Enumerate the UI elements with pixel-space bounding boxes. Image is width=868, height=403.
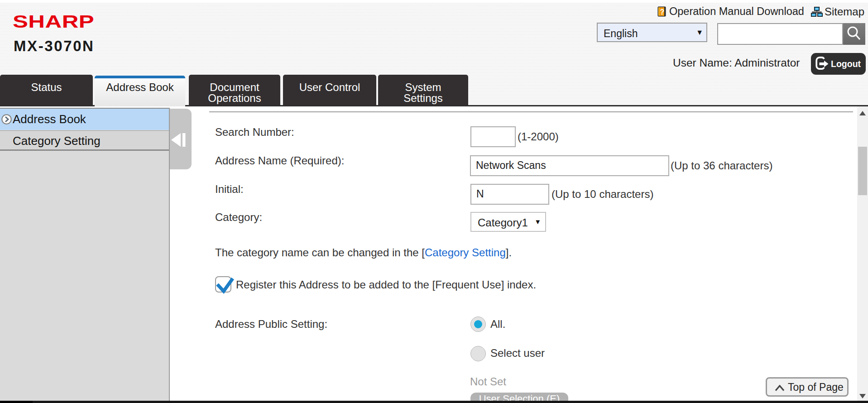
svg-text:?: ? (660, 8, 665, 16)
